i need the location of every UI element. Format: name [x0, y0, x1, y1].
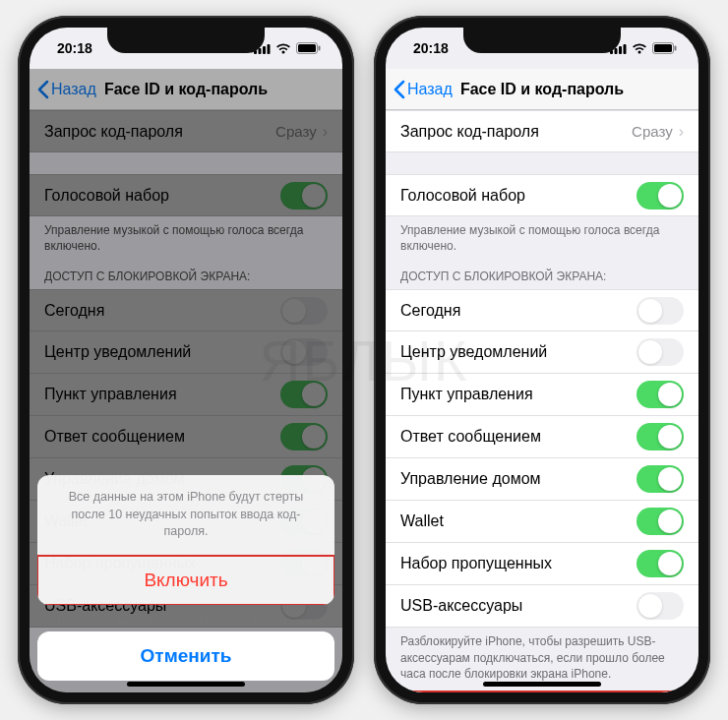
status-icons: [610, 42, 677, 54]
row-notification-center[interactable]: Центр уведомлений: [386, 331, 698, 374]
back-button[interactable]: Назад: [30, 80, 96, 99]
content-right: Запрос код-пароля Сразу › Голосовой набо…: [386, 110, 698, 692]
row-control-center[interactable]: Пункт управления: [386, 374, 698, 416]
switch-control-center[interactable]: [637, 381, 684, 408]
svg-rect-9: [619, 46, 622, 54]
battery-icon: [296, 42, 321, 54]
back-button[interactable]: Назад: [386, 80, 453, 99]
status-icons: [254, 42, 321, 54]
chevron-left-icon: [37, 80, 49, 99]
home-indicator[interactable]: [127, 682, 245, 687]
footer-voice-dial: Управление музыкой с помощью голоса всег…: [386, 216, 698, 264]
content-left: Запрос код-пароля Сразу › Голосовой набо…: [30, 110, 342, 692]
status-time: 20:18: [413, 40, 449, 56]
switch-reply-message[interactable]: [637, 423, 684, 450]
switch-wallet[interactable]: [637, 508, 684, 535]
value: Сразу: [632, 123, 673, 140]
screen-right: 20:18 Назад Face ID и код-пароль Запрос: [386, 28, 698, 692]
wifi-icon: [632, 43, 647, 54]
chevron-right-icon: ›: [679, 123, 684, 141]
label: Управление домом: [400, 470, 637, 488]
label: Пункт управления: [400, 386, 637, 403]
phone-left: 20:18 Назад Face ID и код-пароль Запрос: [18, 16, 354, 704]
row-home-control[interactable]: Управление домом: [386, 458, 698, 501]
svg-rect-5: [298, 44, 316, 52]
notch: [463, 28, 621, 53]
notch: [107, 28, 265, 53]
switch-missed-calls[interactable]: [637, 550, 684, 577]
row-usb[interactable]: USB-аксессуары: [386, 585, 698, 628]
label: Набор пропущенных: [400, 555, 637, 572]
cancel-button[interactable]: Отменить: [37, 631, 334, 681]
row-today[interactable]: Сегодня: [386, 289, 698, 331]
sheet-card: Все данные на этом iPhone будут стерты п…: [37, 475, 334, 605]
status-time: 20:18: [57, 40, 92, 56]
sheet-peek-text: Стирать все данные на этом iPhone после …: [37, 613, 334, 631]
label: Ответ сообщением: [400, 428, 637, 446]
label: Сегодня: [400, 302, 637, 320]
back-label: Назад: [407, 81, 453, 98]
enable-button[interactable]: Включить: [37, 556, 334, 605]
sheet-message: Все данные на этом iPhone будут стерты п…: [37, 475, 334, 556]
screen-left: 20:18 Назад Face ID и код-пароль Запрос: [30, 28, 342, 692]
switch-today[interactable]: [637, 297, 684, 325]
row-erase-data[interactable]: Стирание данных: [386, 691, 698, 692]
back-label: Назад: [51, 81, 96, 98]
switch-usb[interactable]: [637, 592, 684, 620]
battery-icon: [652, 42, 677, 54]
switch-voice-dial[interactable]: [637, 182, 684, 210]
row-wallet[interactable]: Wallet: [386, 501, 698, 543]
svg-rect-12: [654, 44, 672, 52]
svg-rect-13: [675, 46, 677, 51]
header-lock-access: ДОСТУП С БЛОКИРОВКОЙ ЭКРАНА:: [386, 264, 698, 289]
label: USB-аксессуары: [400, 597, 637, 615]
row-voice-dial[interactable]: Голосовой набор: [386, 174, 698, 216]
label: Голосовой набор: [400, 187, 637, 205]
switch-notification-center[interactable]: [637, 338, 684, 366]
action-sheet: Все данные на этом iPhone будут стерты п…: [30, 467, 342, 692]
nav-bar: Назад Face ID и код-пароль: [30, 69, 342, 110]
label: Запрос код-пароля: [400, 123, 632, 141]
row-require-passcode[interactable]: Запрос код-пароля Сразу ›: [386, 110, 698, 152]
label: Wallet: [400, 512, 637, 530]
label: Центр уведомлений: [400, 343, 637, 361]
switch-home-control[interactable]: [637, 465, 684, 493]
phones-container: 20:18 Назад Face ID и код-пароль Запрос: [18, 16, 710, 704]
svg-rect-10: [624, 44, 627, 54]
wifi-icon: [275, 43, 291, 54]
phone-right: 20:18 Назад Face ID и код-пароль Запрос: [374, 16, 710, 704]
svg-rect-2: [263, 46, 266, 54]
nav-bar: Назад Face ID и код-пароль: [386, 69, 698, 110]
svg-rect-6: [319, 46, 321, 51]
settings-list[interactable]: Запрос код-пароля Сразу › Голосовой набо…: [386, 110, 698, 692]
home-indicator[interactable]: [483, 682, 601, 687]
svg-rect-3: [268, 44, 271, 54]
row-reply-message[interactable]: Ответ сообщением: [386, 416, 698, 458]
row-missed-calls[interactable]: Набор пропущенных: [386, 543, 698, 585]
chevron-left-icon: [394, 80, 405, 99]
